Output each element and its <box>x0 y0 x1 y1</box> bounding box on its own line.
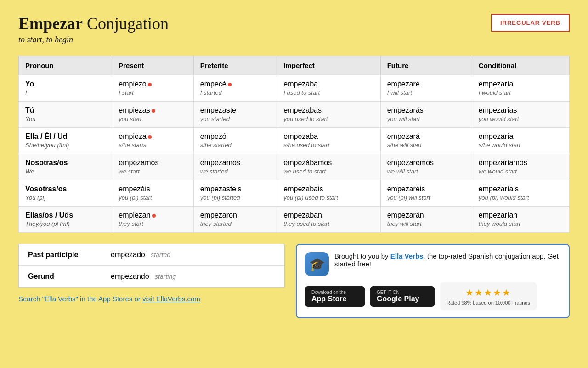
title-block: Empezar Conjugation to start, to begin <box>18 14 169 45</box>
future-translation: I will start <box>387 89 412 96</box>
col-imperfect: Imperfect <box>277 56 380 75</box>
table-row: Vosotras/osYou (pl)empezáisyou (pl) star… <box>19 180 570 207</box>
imperfect-translation: they used to start <box>283 220 329 227</box>
pronoun-sub: They/you (pl fml) <box>25 220 70 227</box>
imperfect-verb: empezabas <box>283 106 373 115</box>
preterite-verb: empezasteis <box>200 185 271 193</box>
gerund-label: Gerund <box>28 272 111 281</box>
preterite-translation: they started <box>200 220 232 227</box>
conditional-verb: empezarían <box>479 211 563 219</box>
present-verb: empiezan <box>119 211 187 219</box>
conditional-verb: empezarías <box>479 106 563 115</box>
gerund-row: Gerund empezando starting <box>19 266 284 287</box>
col-preterite: Preterite <box>193 56 277 75</box>
conditional-translation: you (pl) would start <box>479 194 529 201</box>
irregular-dot <box>148 135 152 139</box>
present-verb: empezamos <box>119 159 187 167</box>
future-translation: s/he will start <box>387 142 422 149</box>
table-row: Ellas/os / UdsThey/you (pl fml)empiezant… <box>19 207 570 233</box>
imperfect-translation: you (pl) used to start <box>283 194 338 201</box>
conditional-verb: empezaríais <box>479 185 563 193</box>
app-store-button[interactable]: Download on the App Store <box>305 286 365 307</box>
preterite-verb: empezaste <box>200 106 271 115</box>
conditional-translation: they would start <box>479 220 520 227</box>
table-header-row: Pronoun Present Preterite Imperfect Futu… <box>19 56 570 75</box>
future-verb: empezará <box>387 132 465 141</box>
past-participle-value: empezado started <box>111 251 170 259</box>
conditional-verb: empezaría <box>479 80 563 88</box>
imperfect-translation: I used to start <box>283 89 320 96</box>
ella-verbs-link[interactable]: visit EllaVerbs.com <box>142 295 200 303</box>
col-present: Present <box>112 56 193 75</box>
imperfect-translation: s/he used to start <box>283 142 329 149</box>
pronoun-sub: We <box>25 168 34 175</box>
future-translation: you will start <box>387 115 420 122</box>
present-translation: they start <box>119 220 143 227</box>
promo-box: 🎓 Brought to you by Ella Verbs, the top-… <box>296 244 570 318</box>
preterite-verb: empezamos <box>200 159 271 167</box>
future-verb: empezaréis <box>387 185 465 193</box>
google-play-name: Google Play <box>377 295 419 303</box>
pronoun-main: Nosotras/os <box>25 159 105 167</box>
title-rest: Conjugation <box>83 14 169 33</box>
present-translation: you start <box>119 115 141 122</box>
present-verb: empiezas <box>119 106 187 115</box>
pronoun-sub: She/he/you (fml) <box>25 142 69 149</box>
google-play-small-text: GET IT ON <box>377 290 400 295</box>
pronoun-main: Tú <box>25 106 105 115</box>
bottom-section: Past participle empezado started Gerund … <box>18 244 570 318</box>
pronoun-main: Vosotras/os <box>25 185 105 193</box>
past-participle-label: Past participle <box>28 251 111 259</box>
preterite-verb: empezaron <box>200 211 271 219</box>
imperfect-verb: empezaba <box>283 80 373 88</box>
future-verb: empezarás <box>387 106 465 115</box>
pronoun-main: Yo <box>25 80 105 88</box>
irregular-dot <box>152 214 156 218</box>
rating-box: ★★★★★ Rated 98% based on 10,000+ ratings <box>440 282 537 310</box>
page-title: Empezar Conjugation <box>18 14 169 33</box>
title-verb: Empezar <box>18 14 83 33</box>
table-row: TúYouempiezasyou startempezasteyou start… <box>19 102 570 128</box>
present-verb: empezáis <box>119 185 187 193</box>
pronoun-main: Ellas/os / Uds <box>25 211 105 219</box>
preterite-translation: s/he started <box>200 142 232 149</box>
preterite-translation: you (pl) started <box>200 194 240 201</box>
imperfect-translation: you used to start <box>283 115 328 122</box>
preterite-translation: you started <box>200 115 230 122</box>
preterite-translation: I started <box>200 89 222 96</box>
conditional-translation: we would start <box>479 168 517 175</box>
store-buttons: Download on the App Store GET IT ON Goog… <box>305 282 560 310</box>
future-translation: they will start <box>387 220 422 227</box>
imperfect-verb: empezaban <box>283 211 373 219</box>
pronoun-main: Ella / Él / Ud <box>25 132 105 141</box>
preterite-verb: empecé <box>200 80 271 88</box>
present-translation: you (pl) start <box>119 194 152 201</box>
pronoun-sub: I <box>25 89 27 96</box>
app-store-name: App Store <box>311 295 346 303</box>
irregular-dot <box>148 83 152 86</box>
conjugation-table: Pronoun Present Preterite Imperfect Futu… <box>18 56 570 233</box>
conditional-translation: I would start <box>479 89 511 96</box>
pronoun-sub: You <box>25 115 35 122</box>
gerund-value: empezando starting <box>111 272 176 281</box>
imperfect-verb: empezaba <box>283 132 373 141</box>
future-verb: empezaré <box>387 80 465 88</box>
irregular-dot <box>152 109 155 113</box>
promo-top: 🎓 Brought to you by Ella Verbs, the top-… <box>305 252 560 276</box>
page-header: Empezar Conjugation to start, to begin I… <box>18 14 570 45</box>
future-translation: we will start <box>387 168 418 175</box>
promo-description: Brought to you by Ella Verbs, the top-ra… <box>334 252 560 268</box>
present-verb: empiezo <box>119 80 187 88</box>
participle-table: Past participle empezado started Gerund … <box>18 244 285 288</box>
ella-verbs-promo-link[interactable]: Ella Verbs <box>390 252 424 260</box>
conditional-verb: empezaríamos <box>479 159 563 167</box>
google-play-button[interactable]: GET IT ON Google Play <box>370 286 435 307</box>
future-verb: empezaremos <box>387 159 465 167</box>
future-verb: empezarán <box>387 211 465 219</box>
search-text: Search "Ella Verbs" in the App Stores or… <box>18 295 285 303</box>
past-participle-row: Past participle empezado started <box>19 244 284 266</box>
table-row: Nosotras/osWeempezamoswe startempezamosw… <box>19 154 570 180</box>
rating-stars: ★★★★★ <box>465 287 511 298</box>
col-future: Future <box>380 56 472 75</box>
conditional-verb: empezaría <box>479 132 563 141</box>
